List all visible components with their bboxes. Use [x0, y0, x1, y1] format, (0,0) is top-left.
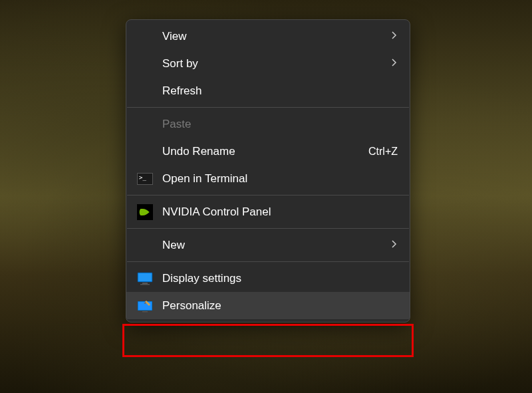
- menu-label: Personalize: [162, 299, 398, 313]
- menu-shortcut: Ctrl+Z: [368, 146, 398, 158]
- svg-rect-3: [140, 284, 150, 285]
- terminal-icon: [136, 170, 154, 188]
- chevron-right-icon: [391, 239, 398, 251]
- menu-label: Display settings: [162, 272, 398, 285]
- menu-item-paste: Paste: [126, 110, 410, 138]
- menu-label: Open in Terminal: [162, 172, 398, 186]
- menu-separator: [127, 195, 409, 196]
- desktop-context-menu: View Sort by Refresh Paste Undo Rename C…: [126, 19, 410, 323]
- menu-label: Undo Rename: [162, 145, 355, 158]
- personalize-icon: [136, 297, 154, 315]
- menu-separator: [127, 261, 409, 262]
- menu-item-open-terminal[interactable]: Open in Terminal: [126, 165, 410, 192]
- menu-separator: [127, 228, 409, 229]
- display-icon: [136, 269, 154, 288]
- menu-item-new[interactable]: New: [126, 231, 410, 259]
- svg-rect-6: [142, 311, 148, 313]
- svg-rect-2: [142, 283, 148, 284]
- menu-item-personalize[interactable]: Personalize: [126, 292, 410, 319]
- chevron-right-icon: [391, 31, 398, 42]
- menu-label: Paste: [162, 118, 398, 131]
- menu-label: NVIDIA Control Panel: [162, 205, 398, 219]
- chevron-right-icon: [391, 58, 398, 69]
- svg-rect-1: [138, 273, 152, 281]
- nvidia-icon: [136, 203, 154, 221]
- menu-item-nvidia-control-panel[interactable]: NVIDIA Control Panel: [126, 198, 410, 225]
- menu-item-display-settings[interactable]: Display settings: [126, 265, 410, 292]
- menu-label: View: [162, 30, 384, 43]
- menu-item-undo-rename[interactable]: Undo Rename Ctrl+Z: [126, 138, 410, 165]
- menu-label: New: [162, 239, 384, 252]
- menu-separator: [127, 107, 409, 108]
- menu-item-view[interactable]: View: [126, 23, 410, 50]
- menu-item-sort-by[interactable]: Sort by: [126, 50, 410, 77]
- menu-label: Sort by: [162, 57, 384, 70]
- menu-label: Refresh: [162, 84, 398, 98]
- menu-item-refresh[interactable]: Refresh: [126, 77, 410, 104]
